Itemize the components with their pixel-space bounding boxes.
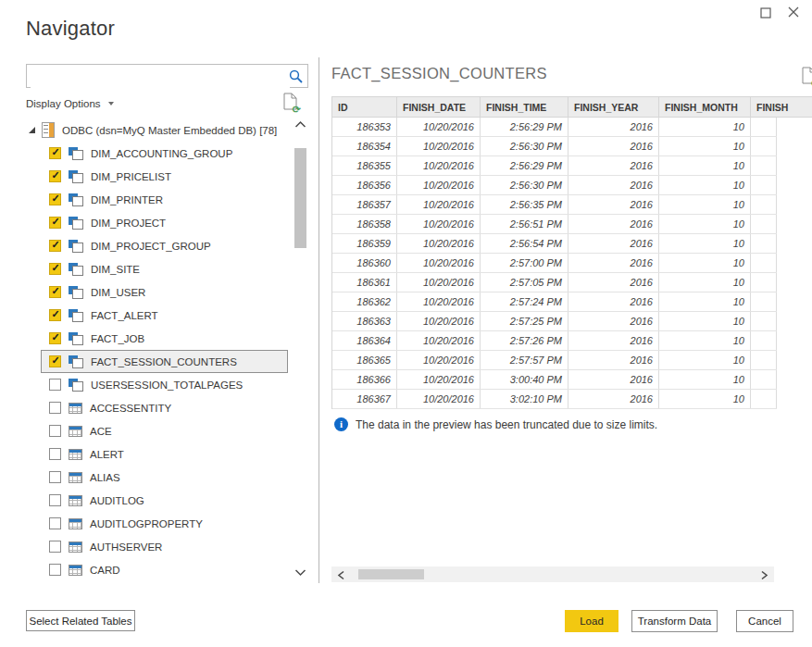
cell: 10/20/2016: [397, 390, 481, 408]
tree-root-odbc[interactable]: ODBC (dsn=MyQ Master Embedded DB) [78]: [28, 118, 277, 142]
checkbox[interactable]: [49, 494, 61, 506]
check-icon: ✓: [50, 146, 61, 158]
tree-item-fact_session_counters[interactable]: ✓FACT_SESSION_COUNTERS: [41, 350, 288, 373]
checkbox[interactable]: ✓: [49, 193, 61, 205]
cell: [751, 195, 777, 214]
cell: 186353: [332, 118, 397, 136]
checkbox[interactable]: ✓: [49, 263, 61, 275]
cell: 2016: [568, 234, 659, 253]
table-row: 18636310/20/20162:57:25 PM201610: [332, 312, 777, 331]
checkbox[interactable]: ✓: [49, 240, 61, 252]
view-icon: [69, 355, 83, 368]
tree-item-dim_project_group[interactable]: ✓DIM_PROJECT_GROUP: [41, 234, 288, 257]
tree-item-fact_job[interactable]: ✓FACT_JOB: [41, 327, 288, 350]
tree-item-dim_site[interactable]: ✓DIM_SITE: [41, 257, 288, 280]
tree-item-ace[interactable]: ACE: [41, 419, 288, 442]
table-row: 18635410/20/20162:56:30 PM201610: [332, 137, 777, 156]
scroll-left-icon[interactable]: [337, 570, 345, 580]
load-button[interactable]: Load: [565, 610, 618, 632]
refresh-arrows-icon: ⟳: [293, 105, 301, 114]
view-icon: [69, 147, 83, 160]
tree-item-auditlogproperty[interactable]: AUDITLOGPROPERTY: [41, 512, 288, 535]
scrollbar-thumb[interactable]: [358, 569, 424, 579]
tree-item-dim_accounting_group[interactable]: ✓DIM_ACCOUNTING_GROUP: [41, 142, 288, 165]
cell: [751, 254, 777, 272]
tree-scrollbar[interactable]: [293, 120, 308, 577]
cell: 2016: [568, 312, 659, 330]
expand-arrow-icon[interactable]: [28, 126, 36, 134]
cell: 10: [659, 370, 751, 389]
cell: [751, 234, 777, 253]
checkbox[interactable]: [49, 448, 61, 460]
cell: 3:00:40 PM: [481, 370, 568, 389]
maximize-icon[interactable]: [758, 6, 773, 20]
column-header-finish_month: FINISH_MONTH: [659, 97, 751, 117]
checkbox[interactable]: ✓: [49, 309, 61, 321]
checkbox[interactable]: [49, 402, 61, 414]
scroll-down-icon[interactable]: [294, 568, 306, 577]
cell: 2016: [568, 195, 659, 214]
cell: [751, 215, 777, 233]
tree-item-fact_alert[interactable]: ✓FACT_ALERT: [41, 304, 288, 327]
cell: 2016: [568, 292, 659, 311]
cell: 10/20/2016: [397, 215, 481, 233]
checkbox[interactable]: ✓: [49, 217, 61, 229]
transform-data-button[interactable]: Transform Data: [631, 610, 718, 632]
tree-item-alias[interactable]: ALIAS: [41, 466, 288, 489]
view-icon: [69, 332, 83, 345]
tree-item-alert[interactable]: ALERT: [41, 442, 288, 466]
table-row: 18635910/20/20162:56:54 PM201610: [332, 234, 777, 254]
tree-item-usersession_totalpages[interactable]: USERSESSION_TOTALPAGES: [41, 373, 288, 396]
checkbox[interactable]: [49, 425, 61, 437]
tree-item-dim_project[interactable]: ✓DIM_PROJECT: [41, 211, 288, 234]
scroll-right-icon[interactable]: [760, 570, 768, 580]
checkbox[interactable]: ✓: [49, 147, 61, 159]
checkbox[interactable]: [49, 517, 61, 529]
database-icon: [42, 122, 55, 138]
refresh-icon[interactable]: ⟳: [283, 93, 299, 112]
tree-item-dim_user[interactable]: ✓DIM_USER: [41, 280, 288, 304]
table-icon: [69, 426, 82, 437]
checkbox[interactable]: ✓: [49, 355, 61, 367]
cell: 10/20/2016: [397, 370, 481, 389]
cell: 10/20/2016: [397, 312, 481, 330]
table-icon: [69, 495, 82, 506]
scrollbar-thumb[interactable]: [294, 148, 306, 248]
checkbox[interactable]: ✓: [49, 286, 61, 298]
column-header-id: ID: [332, 97, 397, 117]
close-icon[interactable]: [786, 5, 801, 19]
cell: 10: [659, 156, 751, 175]
tree-item-dim_pricelist[interactable]: ✓DIM_PRICELIST: [41, 165, 288, 188]
checkbox[interactable]: ✓: [49, 332, 61, 344]
cell: 2:57:00 PM: [481, 254, 568, 272]
cell: 2016: [568, 351, 659, 369]
tree-item-authserver[interactable]: AUTHSERVER: [41, 535, 288, 558]
scroll-up-icon[interactable]: [294, 120, 306, 129]
checkbox[interactable]: ✓: [49, 170, 61, 182]
tree-item-dim_printer[interactable]: ✓DIM_PRINTER: [41, 188, 288, 211]
checkbox[interactable]: [49, 379, 61, 391]
checkbox[interactable]: [49, 564, 61, 576]
checkbox[interactable]: [49, 541, 61, 553]
cell: 186356: [332, 176, 397, 194]
cell: 10: [659, 351, 751, 369]
preview-refresh-icon[interactable]: ⟳: [802, 67, 812, 86]
cell: 10/20/2016: [397, 292, 481, 311]
cell: 2016: [568, 390, 659, 408]
select-related-tables-button[interactable]: Select Related Tables: [26, 610, 135, 631]
search-icon[interactable]: [288, 68, 304, 88]
display-options-dropdown[interactable]: Display Options: [26, 94, 114, 113]
cell: 2016: [568, 254, 659, 272]
check-icon: ✓: [50, 331, 61, 343]
tree-item-auditlog[interactable]: AUDITLOG: [41, 489, 288, 512]
checkbox[interactable]: [49, 471, 61, 483]
cancel-button[interactable]: Cancel: [736, 610, 793, 632]
preview-horizontal-scrollbar[interactable]: [331, 566, 774, 582]
tree-item-label: AUTHSERVER: [90, 541, 162, 553]
tree-item-label: ALIAS: [90, 472, 120, 483]
cell: 2016: [568, 156, 659, 175]
tree-item-accessentity[interactable]: ACCESSENTITY: [41, 396, 288, 419]
tree-item-card[interactable]: CARD: [41, 558, 288, 581]
search-input[interactable]: [31, 66, 290, 88]
view-icon: [69, 240, 83, 253]
